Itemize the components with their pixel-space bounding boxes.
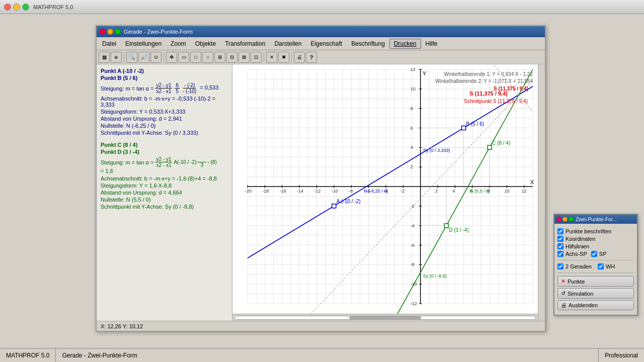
punkt-d: Punkt D (3 / -4) — [101, 149, 228, 155]
abstand2: Abstand von Ursprung: d = 4,664 — [101, 190, 228, 196]
cb-koordinaten-input[interactable] — [557, 236, 564, 242]
simulation-button[interactable]: ↺ Simulation — [557, 288, 634, 299]
tool7[interactable]: ⊠ — [238, 52, 250, 63]
schnitt2: Schnittpunkt mit Y-Achse: Sy (0 / -8,8) — [101, 204, 228, 210]
menu-bar: Datei Einstellungen Zoom Objekte Transfo… — [97, 37, 545, 50]
zoom-out-tool[interactable]: 🔎 — [138, 52, 149, 63]
maximize-button[interactable] — [22, 4, 29, 11]
ausblenden-icon: 🖨 — [561, 302, 567, 308]
float-controls[interactable] — [556, 217, 574, 222]
main-close-btn[interactable] — [100, 29, 106, 35]
float-close[interactable] — [556, 217, 561, 222]
print-tool[interactable]: 🖨 — [294, 52, 305, 63]
steigung2-label: Steigung: m = tan α = — [101, 159, 153, 165]
float-min[interactable] — [562, 217, 568, 222]
circle-tool[interactable]: ○ — [202, 52, 213, 63]
toolbar-sep1 — [124, 52, 124, 62]
cb-2geraden-input[interactable] — [557, 263, 564, 269]
cb-2geraden-label: 2 Geraden — [566, 263, 592, 269]
menu-darstellen[interactable]: Darstellen — [270, 39, 306, 49]
graph-inner: Winkelhalbierende 1: Y = 0,934·X - 1,22 … — [232, 64, 538, 314]
hscroll-thumb[interactable] — [349, 316, 421, 319]
grid-tool[interactable]: ▦ — [99, 52, 110, 63]
graph-canvas[interactable] — [232, 64, 538, 314]
main-window-controls[interactable] — [100, 29, 121, 35]
cb-hilfslinien-input[interactable] — [557, 243, 564, 249]
cb-sp-input[interactable] — [591, 251, 597, 257]
ausblenden-label: Ausblenden — [569, 302, 598, 308]
menu-zoom[interactable]: Zoom — [166, 39, 191, 49]
steigung1-fraction: y2 - y1 x2 - x1 — [155, 82, 172, 94]
cb-punkte-input[interactable] — [557, 228, 564, 234]
help-tool[interactable]: ? — [306, 52, 317, 63]
menu-datei[interactable]: Datei — [98, 39, 121, 49]
steigform2: Steigungsform: Y = 1,6·X-8,8 — [101, 183, 228, 189]
rect-tool[interactable]: □ — [190, 52, 201, 63]
delete2-tool[interactable]: ✖ — [278, 52, 289, 63]
menu-beschriftung[interactable]: Beschriftung — [347, 39, 389, 49]
menu-transformation[interactable]: Transformation — [220, 39, 270, 49]
main-status-bar: X: 12,26 Y: 10,12 — [97, 321, 545, 331]
graph-hscrollbar[interactable] — [232, 314, 538, 321]
menu-drucken[interactable]: Drucken — [389, 39, 421, 49]
main-window: Gerade - Zwei-Punkte-Form Datei Einstell… — [96, 25, 546, 332]
float-max[interactable] — [569, 217, 574, 222]
menu-hilfe[interactable]: Hilfe — [421, 39, 442, 49]
main-title-bar: Gerade - Zwei-Punkte-Form — [97, 26, 545, 37]
cb-sp-label: SP — [599, 251, 607, 257]
punkt-a: Punkt A (-10 / -2) — [101, 68, 228, 74]
float-sep2 — [557, 273, 634, 273]
content-area: Punkt A (-10 / -2) Punkt B (5 / 6) Steig… — [97, 64, 545, 321]
delete-tool[interactable]: ✕ — [266, 52, 277, 63]
toolbar-sep2 — [164, 52, 164, 62]
move-tool[interactable]: ✥ — [166, 52, 177, 63]
app-status-bar: MATHPROF 5.0 Gerade - Zwei-Punkte-Form P… — [0, 348, 644, 362]
cb-hilfslinien-label: Hilfslinien — [566, 243, 589, 249]
float-title-bar: Zwei-Punkte-For... — [554, 215, 637, 224]
tool5[interactable]: ⊞ — [214, 52, 225, 63]
status-windowname: Gerade - Zwei-Punkte-Form — [56, 349, 143, 362]
cb-punkte-beschriften[interactable]: Punkte beschriften — [557, 228, 634, 234]
close-button[interactable] — [4, 4, 11, 11]
status-appname: MATHPROF 5.0 — [0, 349, 56, 362]
steigung2-val: 3 — [197, 156, 206, 168]
punkte-label: Punkte — [568, 279, 585, 285]
tool6[interactable]: ⊟ — [226, 52, 237, 63]
cb-achssp-input[interactable] — [557, 251, 564, 257]
cb-row-achssp: Achs-SP SP — [557, 251, 634, 257]
steigung2-sub: A(-10 / -2) — [174, 159, 196, 165]
float-content: Punkte beschriften Koordinaten Hilfslini… — [554, 224, 637, 315]
cb-hilfslinien[interactable]: Hilfslinien — [557, 243, 634, 249]
menu-einstellungen[interactable]: Einstellungen — [121, 39, 166, 49]
steigung1-vals: 6 5 — [175, 82, 180, 94]
hscroll-track[interactable] — [234, 316, 536, 320]
steigung1-label: Steigung: m = tan α = — [101, 85, 153, 92]
main-min-btn[interactable] — [107, 29, 113, 35]
punkte-button[interactable]: ✕ Punkte — [557, 276, 634, 287]
coord-tool[interactable]: ⊕ — [111, 52, 122, 63]
ausblenden-button[interactable]: 🖨 Ausblenden — [557, 300, 634, 310]
cb-koordinaten[interactable]: Koordinaten — [557, 236, 634, 242]
null1: Nullstelle: N (-6,25 / 0) — [101, 123, 228, 129]
float-title-text: Zwei-Punkte-For... — [576, 217, 617, 222]
tool8[interactable]: ⊡ — [251, 52, 262, 63]
zoom-reset-tool[interactable]: ⊙ — [150, 52, 162, 63]
app-window-controls[interactable] — [4, 4, 29, 11]
status-edition: Professional — [598, 349, 644, 362]
abstand1: Abstand von Ursprung: d = 2,941 — [101, 116, 228, 122]
zoom-in-tool[interactable]: 🔍 — [126, 52, 137, 63]
cb-punkte-label: Punkte beschriften — [566, 228, 611, 234]
minimize-button[interactable] — [13, 4, 20, 11]
punkte-icon: ✕ — [561, 278, 566, 285]
simulation-icon: ↺ — [561, 290, 566, 297]
steigung2-sub2: - (8) — [207, 159, 216, 165]
select-tool[interactable]: ▭ — [178, 52, 189, 63]
punkt-c: Punkt C (8 / 4) — [101, 142, 228, 148]
graph-vscrollbar[interactable] — [538, 64, 545, 321]
menu-eigenschaft[interactable]: Eigenschaft — [306, 39, 347, 49]
main-max-btn[interactable] — [115, 29, 121, 35]
menu-objekte[interactable]: Objekte — [191, 39, 220, 49]
cb-wh-input[interactable] — [598, 263, 604, 269]
coords-display: X: 12,26 Y: 10,12 — [101, 323, 143, 329]
cb-row-2geraden: 2 Geraden WH — [557, 263, 634, 269]
